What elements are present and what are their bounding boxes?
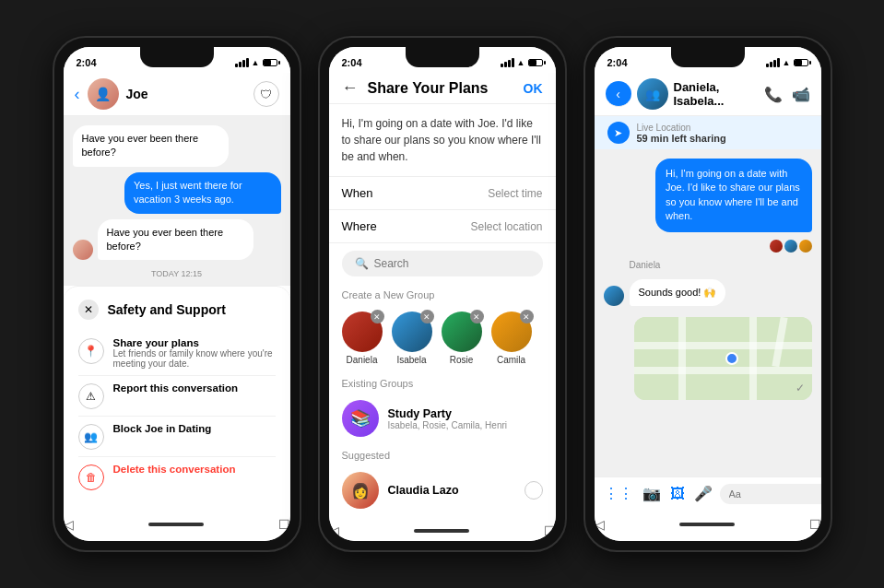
shield-button-1[interactable]: 🛡 xyxy=(253,81,279,107)
time-2: 2:04 xyxy=(342,57,362,68)
camera-button[interactable]: 📷 xyxy=(641,483,663,504)
phone-2: 2:04 ▲ ← Share Your Plans OK Hi, I'm goi… xyxy=(318,36,567,552)
remove-isabela[interactable]: ✕ xyxy=(420,310,434,323)
time-1: 2:04 xyxy=(77,57,97,68)
map-preview[interactable]: ✓ xyxy=(634,317,811,400)
nav-square-1[interactable]: ☐ xyxy=(278,517,290,532)
chat-messages-3: Hi, I'm going on a date with Joe. I'd li… xyxy=(595,149,821,476)
read-receipt-3 xyxy=(799,240,812,253)
group-name: Study Party xyxy=(388,407,543,420)
live-location-time: 59 min left sharing xyxy=(637,133,726,144)
messenger-header: ‹ 👥 Daniela, Isabela... 📞 📹 xyxy=(595,73,821,116)
group-members: Isabela, Rosie, Camila, Henri xyxy=(388,420,543,430)
delete-icon: 🗑 xyxy=(78,465,104,490)
map-pin xyxy=(725,352,738,365)
message-3: Have you ever been there before? xyxy=(98,219,254,261)
contact-daniela[interactable]: ✕ Daniela xyxy=(342,312,383,365)
contact-camila[interactable]: ✕ Camila xyxy=(491,312,532,365)
video-call-button[interactable]: 📹 xyxy=(792,86,810,103)
group-avatar: 📚 xyxy=(342,400,379,437)
select-circle-claudia[interactable] xyxy=(525,481,543,500)
message-1: Have you ever been there before? xyxy=(73,125,230,167)
share-title: Share Your Plans xyxy=(368,80,524,97)
wifi-icon: ▲ xyxy=(252,58,260,67)
battery-icon-3 xyxy=(794,59,808,66)
avatar-1: 👤 xyxy=(88,78,119,110)
ok-button[interactable]: OK xyxy=(524,81,543,96)
nav-back-3[interactable]: ◁ xyxy=(595,517,605,532)
back-button-3[interactable]: ‹ xyxy=(606,81,631,107)
contact-grid: ✕ Daniela ✕ Isabela ✕ Rosie xyxy=(329,304,556,372)
share-plans-icon: 📍 xyxy=(78,338,104,364)
chat-input-bar-3: ⋮⋮ 📷 🖼 🎤 😊 👍 xyxy=(595,476,821,510)
read-receipt-1 xyxy=(770,240,783,253)
back-button-2[interactable]: ← xyxy=(342,78,359,98)
home-indicator-3[interactable] xyxy=(679,523,735,526)
signal-icon-2 xyxy=(501,58,514,67)
safety-panel: ✕ Safety and Support 📍 Share your plans … xyxy=(64,286,290,510)
chat-header-1: ‹ 👤 Joe 🛡 xyxy=(64,73,290,116)
create-group-label: Create a New Group xyxy=(329,284,556,304)
share-plans-sublabel: Let friends or family know where you're … xyxy=(113,348,276,369)
delete-label: Delete this conversation xyxy=(113,464,236,475)
wifi-icon-2: ▲ xyxy=(517,58,525,67)
where-label: Where xyxy=(342,219,377,233)
contact-isabela[interactable]: ✕ Isabela xyxy=(392,312,432,365)
nav-back-1[interactable]: ◁ xyxy=(64,517,74,532)
nav-back-2[interactable]: ◁ xyxy=(329,523,339,538)
nav-square-2[interactable]: ☐ xyxy=(544,523,556,538)
report-label: Report this conversation xyxy=(113,382,238,394)
daniela-name: Daniela xyxy=(347,355,378,365)
bottom-nav-2: ◁ ☐ xyxy=(329,516,556,541)
safety-item-report[interactable]: ⚠ Report this conversation xyxy=(78,376,276,417)
time-3: 2:04 xyxy=(607,57,628,68)
nav-square-3[interactable]: ☐ xyxy=(809,517,821,532)
mic-button[interactable]: 🎤 xyxy=(692,483,714,504)
safety-close-button[interactable]: ✕ xyxy=(78,300,99,320)
remove-camila[interactable]: ✕ xyxy=(520,310,534,323)
daniela-avatar-small xyxy=(604,286,624,306)
chat-messages-1: Have you ever been there before? Yes, I … xyxy=(64,116,290,286)
signal-icon-3 xyxy=(766,58,780,67)
live-location-bar: ➤ Live Location 59 min left sharing xyxy=(595,116,821,149)
remove-rosie[interactable]: ✕ xyxy=(470,310,484,323)
message-2: Yes, I just went there for vacation 3 we… xyxy=(124,172,281,214)
share-plans-label: Share your plans xyxy=(113,337,276,348)
search-icon-2: 🔍 xyxy=(355,257,369,270)
safety-item-share-plans[interactable]: 📍 Share your plans Let friends or family… xyxy=(78,331,276,376)
claudia-avatar: 👩 xyxy=(342,472,379,509)
sender-daniela: Daniela xyxy=(630,260,812,270)
where-field[interactable]: Where Select location xyxy=(329,210,556,243)
phone-call-button[interactable]: 📞 xyxy=(764,86,783,103)
back-button-1[interactable]: ‹ xyxy=(75,85,80,104)
safety-title: Safety and Support xyxy=(108,302,226,317)
suggested-claudia[interactable]: 👩 Claudia Lazo xyxy=(329,465,556,516)
group-study-party[interactable]: 📚 Study Party Isabela, Rosie, Camila, He… xyxy=(329,393,556,444)
message-input-3[interactable] xyxy=(720,484,821,504)
group-avatar-3: 👥 xyxy=(637,78,668,110)
phone-3: 2:04 ▲ ‹ 👥 Daniela, Isabela... 📞 📹 xyxy=(583,36,832,552)
apps-button[interactable]: ⋮⋮ xyxy=(602,483,635,504)
battery-icon xyxy=(263,59,277,66)
map-check-icon: ✓ xyxy=(796,382,805,394)
isabela-name: Isabela xyxy=(396,355,426,365)
when-field[interactable]: When Select time xyxy=(329,177,556,210)
claudia-name: Claudia Lazo xyxy=(388,484,515,497)
image-button[interactable]: 🖼 xyxy=(668,484,687,504)
contact-name-1: Joe xyxy=(126,87,253,101)
location-icon: ➤ xyxy=(607,122,630,144)
remove-daniela[interactable]: ✕ xyxy=(371,310,384,323)
suggested-label: Suggested xyxy=(329,444,556,465)
live-location-label: Live Location xyxy=(637,123,726,133)
block-icon: 👥 xyxy=(78,424,104,450)
when-value: Select time xyxy=(488,187,542,200)
sent-message-3: Hi, I'm going on a date with Joe. I'd li… xyxy=(655,159,812,232)
home-indicator-1[interactable] xyxy=(148,523,204,526)
search-input-2[interactable] xyxy=(374,257,530,270)
contact-rosie[interactable]: ✕ Rosie xyxy=(442,312,482,365)
home-indicator-2[interactable] xyxy=(414,529,469,533)
safety-item-delete[interactable]: 🗑 Delete this conversation xyxy=(78,457,276,497)
share-message: Hi, I'm going on a date with Joe. I'd li… xyxy=(329,104,556,177)
safety-item-block[interactable]: 👥 Block Joe in Dating xyxy=(78,417,276,457)
wifi-icon-3: ▲ xyxy=(783,58,791,67)
